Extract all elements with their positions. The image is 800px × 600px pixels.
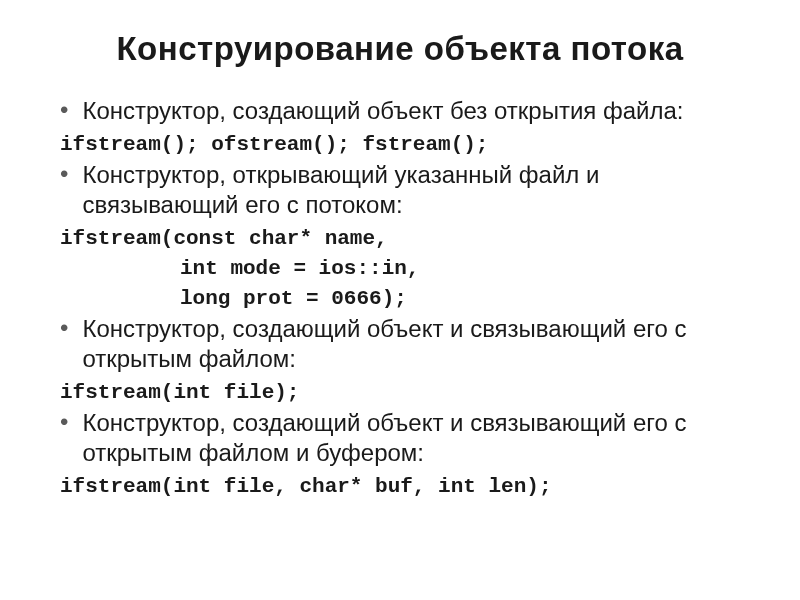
code-line: long prot = 0666); xyxy=(60,284,750,314)
list-item: • Конструктор, создающий объект и связыв… xyxy=(60,408,750,468)
bullet-icon: • xyxy=(60,96,68,124)
code-line: ifstream(int file, char* buf, int len); xyxy=(60,472,750,502)
code-line: ifstream(); ofstream(); fstream(); xyxy=(60,130,750,160)
code-line: int mode = ios::in, xyxy=(60,254,750,284)
bullet-text: Конструктор, создающий объект без открыт… xyxy=(82,96,683,126)
list-item: • Конструктор, создающий объект и связыв… xyxy=(60,314,750,374)
code-line: ifstream(const char* name, xyxy=(60,224,750,254)
code-line: ifstream(int file); xyxy=(60,378,750,408)
bullet-icon: • xyxy=(60,408,68,436)
bullet-icon: • xyxy=(60,314,68,342)
slide-content: • Конструктор, создающий объект без откр… xyxy=(50,96,750,502)
list-item: • Конструктор, создающий объект без откр… xyxy=(60,96,750,126)
bullet-text: Конструктор, создающий объект и связываю… xyxy=(82,314,750,374)
bullet-icon: • xyxy=(60,160,68,188)
list-item: • Конструктор, открывающий указанный фай… xyxy=(60,160,750,220)
bullet-text: Конструктор, открывающий указанный файл … xyxy=(82,160,750,220)
bullet-text: Конструктор, создающий объект и связываю… xyxy=(82,408,750,468)
slide-title: Конструирование объекта потока xyxy=(50,30,750,68)
